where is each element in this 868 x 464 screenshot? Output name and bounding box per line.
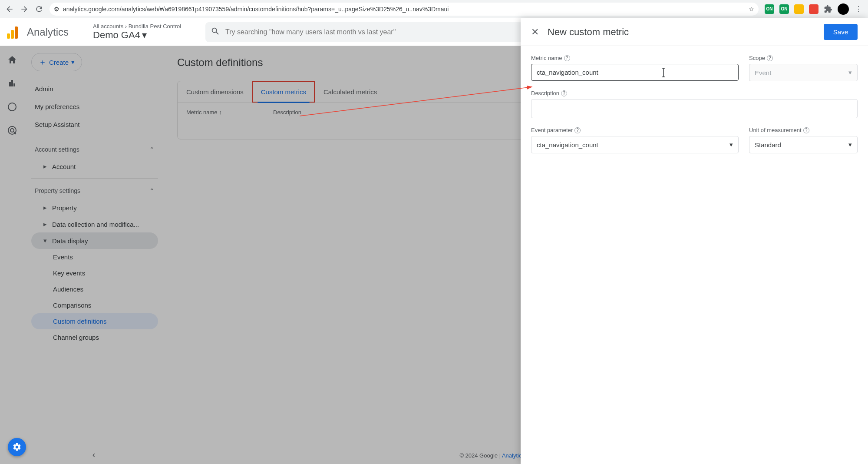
unit-select[interactable]: Standard▾ (749, 136, 858, 153)
description-input[interactable] (531, 99, 858, 118)
sidebar-leaf-comparisons[interactable]: Comparisons (31, 297, 158, 313)
svg-point-2 (10, 129, 14, 132)
metric-name-input[interactable] (531, 64, 739, 81)
side-panel: ✕ New custom metric Save Metric name? Sc… (521, 18, 868, 464)
explore-icon[interactable] (7, 102, 17, 112)
col-metric-name[interactable]: Metric name↑ (186, 109, 273, 116)
back-icon[interactable] (5, 5, 14, 13)
caret-down-icon: ▾ (848, 141, 852, 149)
profile-avatar[interactable] (838, 3, 849, 15)
analytics-logo-icon (7, 26, 20, 39)
home-icon[interactable] (7, 55, 17, 65)
panel-header: ✕ New custom metric Save (521, 18, 868, 46)
help-icon[interactable]: ? (561, 90, 567, 96)
sidebar-item-preferences[interactable]: My preferences (31, 98, 158, 116)
extension-icon[interactable]: ON (765, 4, 774, 14)
sidebar-leaf-audiences[interactable]: Audiences (31, 281, 158, 297)
sidebar-sub-property[interactable]: ▸Property (31, 199, 158, 216)
divider (31, 178, 158, 179)
caret-down-icon: ▾ (71, 58, 75, 66)
sidebar-item-admin[interactable]: Admin (31, 80, 158, 98)
sidebar-section-account[interactable]: Account settings⌃ (31, 141, 158, 158)
sidebar-leaf-channel-groups[interactable]: Channel groups (31, 329, 158, 345)
create-button[interactable]: ＋Create▾ (31, 53, 82, 71)
tab-calculated-metrics[interactable]: Calculated metrics (315, 81, 386, 103)
url-bar[interactable]: ⚙ analytics.google.com/analytics/web/#/a… (50, 3, 759, 16)
sidebar-item-setup[interactable]: Setup Assistant (31, 116, 158, 133)
plus-icon: ＋ (39, 57, 46, 67)
forward-icon[interactable] (20, 5, 29, 13)
field-description: Description? (531, 90, 858, 118)
sort-up-icon: ↑ (219, 109, 222, 116)
caret-down-icon: ▾ (848, 69, 852, 76)
caret-right-icon: ▸ (43, 220, 49, 228)
gear-icon (12, 442, 22, 452)
kebab-menu-icon[interactable]: ⋮ (854, 5, 863, 13)
settings-fab[interactable] (8, 438, 26, 456)
collapse-sidebar-icon[interactable]: ‹ (92, 450, 96, 460)
brand-name: Analytics (27, 26, 69, 38)
extension-icon[interactable] (809, 4, 818, 14)
admin-sidebar: ＋Create▾ Admin My preferences Setup Assi… (24, 46, 163, 464)
reports-icon[interactable] (7, 78, 17, 89)
tab-custom-dimensions[interactable]: Custom dimensions (178, 81, 252, 103)
close-icon[interactable]: ✕ (531, 27, 539, 38)
advertising-icon[interactable] (7, 125, 17, 136)
sidebar-sub-data-display[interactable]: ▾Data display (31, 232, 158, 249)
caret-down-icon: ▾ (43, 237, 49, 245)
sidebar-leaf-custom-definitions[interactable]: Custom definitions (31, 313, 158, 329)
save-button[interactable]: Save (824, 24, 858, 40)
star-icon[interactable]: ☆ (749, 6, 754, 13)
extensions-menu-icon[interactable] (824, 5, 832, 13)
field-metric-name: Metric name? (531, 55, 739, 81)
caret-right-icon: ▸ (43, 204, 49, 212)
sidebar-section-property[interactable]: Property settings⌃ (31, 182, 158, 199)
help-icon[interactable]: ? (767, 55, 773, 61)
chevron-up-icon: ⌃ (149, 187, 155, 194)
search-bar[interactable] (205, 22, 535, 42)
search-input[interactable] (225, 28, 530, 36)
field-event-parameter: Event parameter? cta_navigation_count▾ (531, 127, 739, 153)
extension-icon[interactable] (794, 4, 804, 14)
url-text: analytics.google.com/analytics/web/#/a69… (63, 6, 449, 13)
caret-down-icon: ▾ (142, 30, 147, 41)
chevron-up-icon: ⌃ (149, 146, 155, 153)
divider (31, 137, 158, 137)
search-icon (211, 27, 220, 38)
field-unit: Unit of measurement? Standard▾ (749, 127, 858, 153)
caret-right-icon: ▸ (43, 162, 49, 170)
browser-toolbar: ⚙ analytics.google.com/analytics/web/#/a… (0, 0, 868, 18)
extensions-tray: ON ON ⋮ (765, 3, 863, 15)
sidebar-leaf-events[interactable]: Events (31, 249, 158, 265)
scope-select[interactable]: Event▾ (749, 64, 858, 81)
help-icon[interactable]: ? (574, 127, 581, 133)
reload-icon[interactable] (35, 5, 43, 13)
panel-title: New custom metric (548, 27, 815, 38)
text-cursor-icon (661, 67, 667, 78)
left-rail (0, 46, 24, 464)
extension-icon[interactable]: ON (779, 4, 789, 14)
account-picker[interactable]: All accounts › Bundilla Pest Control Dem… (93, 23, 181, 41)
tab-custom-metrics[interactable]: Custom metrics (252, 81, 315, 103)
help-icon[interactable]: ? (564, 55, 570, 61)
field-scope: Scope? Event▾ (749, 55, 858, 81)
help-icon[interactable]: ? (803, 127, 809, 133)
sidebar-sub-account[interactable]: ▸Account (31, 158, 158, 175)
event-parameter-select[interactable]: cta_navigation_count▾ (531, 136, 739, 153)
caret-down-icon: ▾ (729, 141, 733, 149)
sidebar-sub-data-collection[interactable]: ▸Data collection and modifica... (31, 216, 158, 232)
sidebar-leaf-key-events[interactable]: Key events (31, 265, 158, 281)
site-info-icon[interactable]: ⚙ (54, 6, 59, 13)
